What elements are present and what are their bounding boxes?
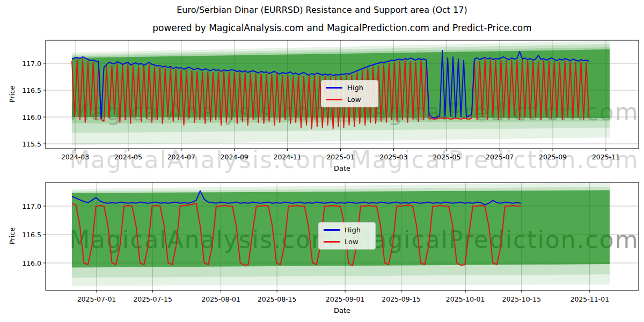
legend-high-label: High: [347, 84, 363, 91]
x-tick-label: 2025-08-01: [201, 295, 240, 303]
y-tick-label: 116.5: [22, 231, 41, 239]
x-tick-label: 2024-09: [221, 153, 248, 161]
figure-subtitle: powered by MagicalAnalysis.com and Magic…: [46, 23, 639, 33]
x-tick-label: 2025-01: [326, 153, 354, 161]
legend-item-low: Low: [326, 96, 372, 103]
x-tick-label: 2024-11: [273, 153, 301, 161]
legend-low-label: Low: [347, 96, 361, 103]
x-tick-label: 2025-09-01: [326, 295, 365, 303]
x-tick-label: 2025-10-01: [446, 295, 485, 303]
high-line-swatch-icon: [324, 229, 340, 231]
x-tick-label: 2025-08-15: [258, 295, 297, 303]
y-tick-label: 117.0: [22, 202, 41, 210]
low-line-swatch-icon: [324, 241, 340, 243]
x-tick-label: 2024-05: [114, 153, 142, 161]
x-tick-label: 2025-11-01: [570, 295, 609, 303]
legend-bottom-chart: High Low: [318, 222, 376, 250]
x-axis-label-date-bottom: Date: [46, 306, 639, 314]
y-tick-label: 116.5: [22, 86, 41, 94]
figure-title: Euro/Serbian Dinar (EURRSD) Resistance a…: [0, 5, 644, 15]
x-axis-label-date-top: Date: [46, 164, 639, 172]
legend-item-high: High: [324, 226, 370, 233]
y-tick-label: 117.0: [22, 60, 41, 68]
legend-low-label: Low: [345, 238, 358, 245]
y-tick-label: 115.5: [22, 140, 41, 148]
y-axis-label-price-top: Price: [8, 78, 16, 111]
y-tick-label: 116.0: [22, 113, 41, 121]
x-tick-label: 2025-07: [486, 153, 514, 161]
legend-item-high: High: [326, 84, 372, 91]
figure: MagicalAnalysis.com MagicalPrediction.co…: [0, 0, 644, 322]
x-tick-label: 2025-10-15: [502, 295, 541, 303]
x-tick-label: 2025-09: [539, 153, 567, 161]
high-line-swatch-icon: [326, 87, 342, 89]
x-tick-label: 2024-07: [167, 153, 195, 161]
x-tick-label: 2025-09-15: [382, 295, 421, 303]
x-tick-label: 2025-07-01: [77, 295, 116, 303]
x-tick-label: 2025-05: [433, 153, 460, 161]
y-tick-label: 116.0: [22, 259, 41, 267]
x-tick-label: 2024-03: [61, 153, 89, 161]
x-tick-label: 2025-07-15: [133, 295, 172, 303]
x-tick-label: 2025-11: [592, 153, 620, 161]
legend-item-low: Low: [324, 238, 370, 245]
x-tick-label: 2025-03: [379, 153, 407, 161]
low-line-swatch-icon: [326, 99, 342, 100]
y-axis-label-price-bottom: Price: [8, 220, 16, 252]
legend-top-chart: High Low: [321, 80, 378, 107]
legend-high-label: High: [345, 226, 361, 233]
charts-canvas: 2024-032024-052024-072024-092024-112025-…: [0, 0, 644, 322]
